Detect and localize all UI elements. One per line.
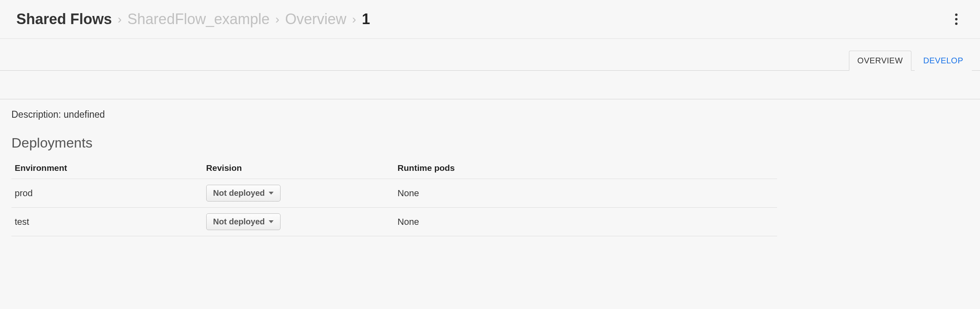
toolbar-spacer bbox=[0, 71, 980, 99]
description-label: Description: bbox=[11, 109, 61, 120]
svg-point-0 bbox=[955, 13, 958, 16]
table-row: test Not deployed None bbox=[11, 208, 777, 236]
cell-environment: test bbox=[11, 208, 203, 236]
cell-environment: prod bbox=[11, 179, 203, 208]
tab-develop[interactable]: DEVELOP bbox=[915, 51, 972, 71]
revision-dropdown[interactable]: Not deployed bbox=[206, 185, 281, 202]
tab-overview[interactable]: OVERVIEW bbox=[849, 51, 911, 71]
svg-point-2 bbox=[955, 22, 958, 25]
revision-dropdown-label: Not deployed bbox=[213, 188, 265, 198]
page-header: Shared Flows › SharedFlow_example › Over… bbox=[0, 0, 980, 39]
cell-runtime-pods: None bbox=[394, 208, 777, 236]
revision-dropdown[interactable]: Not deployed bbox=[206, 213, 281, 230]
more-menu-button[interactable] bbox=[949, 10, 964, 29]
description-row: Description: undefined bbox=[11, 109, 969, 120]
breadcrumb-current: 1 bbox=[362, 11, 370, 28]
revision-dropdown-label: Not deployed bbox=[213, 217, 265, 226]
vertical-dots-icon bbox=[955, 13, 958, 25]
svg-point-1 bbox=[955, 18, 958, 20]
caret-down-icon bbox=[269, 220, 274, 223]
breadcrumb-sharedflow[interactable]: SharedFlow_example bbox=[127, 11, 270, 28]
table-header-row: Environment Revision Runtime pods bbox=[11, 159, 777, 179]
chevron-right-icon: › bbox=[352, 12, 356, 26]
tabs: OVERVIEW DEVELOP bbox=[0, 39, 980, 71]
breadcrumb-overview[interactable]: Overview bbox=[285, 11, 346, 28]
header-environment: Environment bbox=[11, 159, 203, 179]
caret-down-icon bbox=[269, 192, 274, 195]
cell-revision: Not deployed bbox=[203, 208, 394, 236]
content-area: Description: undefined Deployments Envir… bbox=[0, 99, 980, 246]
chevron-right-icon: › bbox=[275, 12, 279, 26]
breadcrumb-root[interactable]: Shared Flows bbox=[16, 11, 112, 28]
chevron-right-icon: › bbox=[118, 12, 122, 26]
cell-revision: Not deployed bbox=[203, 179, 394, 208]
cell-runtime-pods: None bbox=[394, 179, 777, 208]
breadcrumb: Shared Flows › SharedFlow_example › Over… bbox=[16, 11, 370, 28]
description-value: undefined bbox=[64, 109, 105, 120]
table-row: prod Not deployed None bbox=[11, 179, 777, 208]
header-revision: Revision bbox=[203, 159, 394, 179]
deployments-table: Environment Revision Runtime pods prod N… bbox=[11, 159, 777, 236]
deployments-title: Deployments bbox=[11, 135, 969, 151]
header-runtime-pods: Runtime pods bbox=[394, 159, 777, 179]
